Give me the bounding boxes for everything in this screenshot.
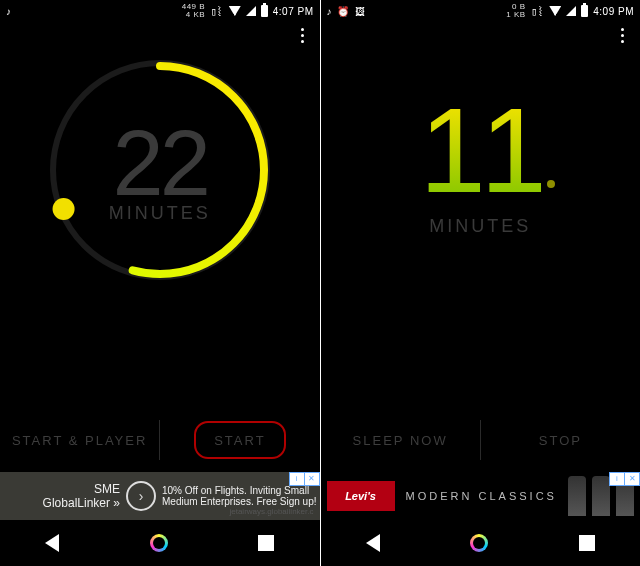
home-icon[interactable]: [470, 534, 488, 552]
adchoices[interactable]: i ✕: [609, 472, 640, 486]
ad-close-icon[interactable]: ✕: [624, 472, 640, 486]
ad-logo: Levi's: [327, 481, 395, 511]
timer-value: 11: [420, 90, 542, 210]
overflow-menu-icon[interactable]: [615, 22, 630, 49]
wifi-icon: [549, 6, 561, 16]
timer-dial[interactable]: 22 MINUTES: [0, 60, 320, 280]
ad-copy: MODERN CLASSICS: [395, 490, 569, 502]
wifi-icon: [229, 6, 241, 16]
clock: 4:07 PM: [273, 6, 314, 17]
recents-icon[interactable]: [258, 535, 274, 551]
ad-close-icon[interactable]: ✕: [304, 472, 320, 486]
action-row: START & PLAYER START: [0, 410, 320, 470]
network-speed: 0 B 1 KB: [506, 3, 525, 19]
clock: 4:09 PM: [593, 6, 634, 17]
network-speed: 449 B 4 KB: [182, 3, 205, 19]
battery-icon: [581, 5, 588, 17]
ad-banner[interactable]: Levi's MODERN CLASSICS i ✕: [321, 472, 641, 520]
image-icon: 🖼: [355, 6, 366, 17]
screenshot-left: ♪ 449 B 4 KB ▯⦚ 4:07 PM: [0, 0, 320, 566]
highlight-annotation: [194, 421, 286, 459]
back-icon[interactable]: [45, 534, 59, 552]
overflow-menu-icon[interactable]: [295, 22, 310, 49]
vibrate-icon: ▯⦚: [210, 5, 224, 18]
navigation-bar: [321, 520, 641, 566]
battery-icon: [261, 5, 268, 17]
ad-attribution: jetairways.globallinker.c: [229, 507, 313, 516]
back-icon[interactable]: [366, 534, 380, 552]
home-icon[interactable]: [150, 534, 168, 552]
music-icon: ♪: [6, 6, 12, 17]
adchoices[interactable]: i ✕: [289, 472, 320, 486]
seconds-dot-icon: [547, 180, 555, 188]
timer-display[interactable]: 11 MINUTES: [321, 90, 641, 237]
navigation-bar: [0, 520, 320, 566]
status-bar: ♪ ⏰ 🖼 0 B 1 KB ▯⦚ 4:09 PM: [321, 0, 641, 20]
signal-icon: [246, 6, 256, 16]
ad-brand: SME GlobalLinker »: [0, 482, 126, 510]
ad-info-icon[interactable]: i: [609, 472, 624, 486]
timer-unit: MINUTES: [429, 216, 531, 237]
action-row: SLEEP NOW STOP: [321, 410, 641, 470]
sleep-now-button[interactable]: SLEEP NOW: [321, 410, 480, 470]
timer-value: 22: [113, 117, 207, 209]
status-bar: ♪ 449 B 4 KB ▯⦚ 4:07 PM: [0, 0, 320, 20]
signal-icon: [566, 6, 576, 16]
start-and-player-button[interactable]: START & PLAYER: [0, 410, 159, 470]
start-button[interactable]: START: [160, 410, 319, 470]
stop-button[interactable]: STOP: [481, 410, 640, 470]
app-bar: [0, 20, 320, 50]
music-icon: ♪: [327, 6, 333, 17]
recents-icon[interactable]: [579, 535, 595, 551]
vibrate-icon: ▯⦚: [531, 5, 545, 18]
screenshot-right: ♪ ⏰ 🖼 0 B 1 KB ▯⦚ 4:09 PM: [320, 0, 641, 566]
timer-unit: MINUTES: [109, 203, 211, 224]
alarm-icon: ⏰: [337, 6, 350, 17]
ad-go-icon[interactable]: ›: [126, 481, 156, 511]
ad-info-icon[interactable]: i: [289, 472, 304, 486]
ad-copy: 10% Off on Flights. Inviting Small Mediu…: [162, 485, 320, 507]
app-bar: [321, 20, 641, 50]
